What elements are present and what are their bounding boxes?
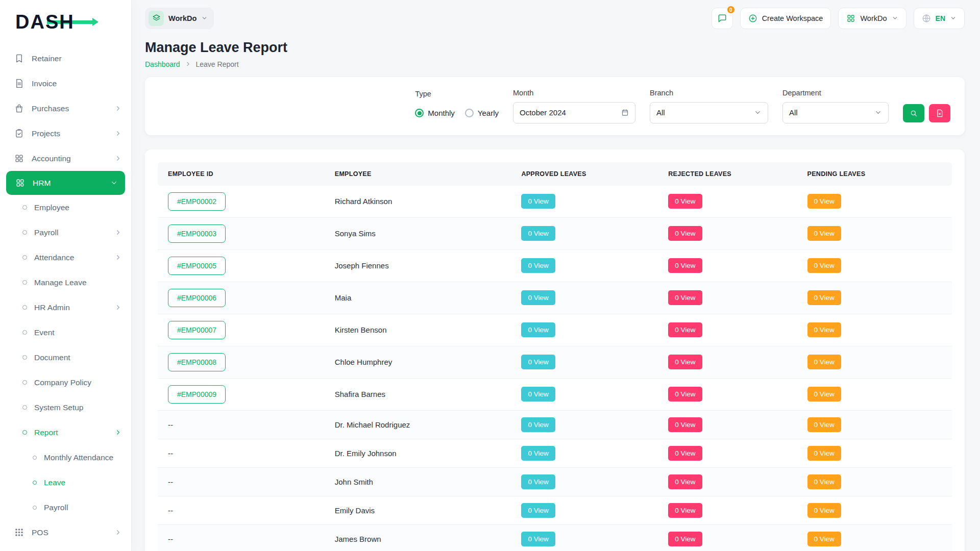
approved-leaves-badge[interactable]: 0 View — [521, 417, 555, 432]
approved-leaves-badge[interactable]: 0 View — [521, 194, 555, 209]
pending-leaves-badge[interactable]: 0 View — [807, 226, 841, 241]
sidebar-item-accounting[interactable]: Accounting — [0, 146, 131, 171]
main-area: WorkDo 0 Create Workspace — [132, 0, 980, 551]
sidebar-item-event[interactable]: Event — [0, 320, 131, 345]
pending-leaves-badge[interactable]: 0 View — [807, 417, 841, 432]
sidebar-item-document[interactable]: Document — [0, 345, 131, 370]
apps-menu-label: WorkDo — [860, 14, 887, 22]
language-selector[interactable]: EN — [914, 8, 965, 29]
bag-icon — [14, 104, 24, 113]
rejected-leaves-badge[interactable]: 0 View — [668, 503, 702, 518]
sidebar-item-monthly-attendance[interactable]: Monthly Attendance — [0, 445, 131, 470]
approved-leaves-badge[interactable]: 0 View — [521, 290, 555, 305]
rejected-leaves-badge[interactable]: 0 View — [668, 322, 702, 337]
sidebar-item-label: Purchases — [32, 104, 69, 113]
logo[interactable]: DASH — [0, 0, 131, 44]
radio-monthly[interactable] — [415, 109, 424, 117]
employee-id-button[interactable]: #EMP00009 — [168, 385, 226, 404]
pending-leaves-badge[interactable]: 0 View — [807, 194, 841, 209]
page-title: Manage Leave Report — [145, 40, 965, 56]
branch-select[interactable]: All — [650, 102, 768, 123]
employee-id-button[interactable]: #EMP00007 — [168, 321, 226, 339]
approved-leaves-badge[interactable]: 0 View — [521, 474, 555, 489]
sidebar-item-payroll[interactable]: Payroll — [0, 495, 131, 520]
sidebar-item-attendance[interactable]: Attendance — [0, 245, 131, 270]
rejected-leaves-badge[interactable]: 0 View — [668, 355, 702, 369]
sidebar-item-hrm[interactable]: HRM — [6, 171, 125, 195]
rejected-leaves-badge[interactable]: 0 View — [668, 290, 702, 305]
sidebar-item-label: Manage Leave — [34, 278, 87, 287]
type-label: Type — [415, 90, 499, 98]
approved-leaves-badge[interactable]: 0 View — [521, 226, 555, 241]
sidebar-item-retainer[interactable]: Retainer — [0, 46, 131, 71]
bullet-icon — [33, 481, 37, 485]
employee-id-button[interactable]: #EMP00002 — [168, 192, 226, 211]
rejected-leaves-badge[interactable]: 0 View — [668, 258, 702, 273]
notification-badge: 0 — [726, 5, 736, 14]
approved-leaves-badge[interactable]: 0 View — [521, 503, 555, 518]
table-row: --Emily Davis0 View0 View0 View — [158, 496, 952, 525]
pending-leaves-badge[interactable]: 0 View — [807, 355, 841, 369]
search-button[interactable] — [903, 104, 924, 122]
create-workspace-label: Create Workspace — [762, 14, 823, 22]
rejected-leaves-badge[interactable]: 0 View — [668, 446, 702, 461]
department-select[interactable]: All — [782, 102, 889, 123]
messages-button[interactable]: 0 — [712, 8, 733, 29]
breadcrumb-dashboard-link[interactable]: Dashboard — [145, 60, 180, 68]
sidebar-item-leave[interactable]: Leave — [0, 470, 131, 495]
month-input[interactable]: October 2024 — [513, 102, 635, 123]
rejected-leaves-badge[interactable]: 0 View — [668, 417, 702, 432]
employee-id-button[interactable]: #EMP00008 — [168, 353, 226, 371]
employee-id-button[interactable]: #EMP00005 — [168, 257, 226, 275]
sidebar-item-manage-leave[interactable]: Manage Leave — [0, 270, 131, 295]
pending-leaves-badge[interactable]: 0 View — [807, 503, 841, 518]
approved-leaves-badge[interactable]: 0 View — [521, 446, 555, 461]
approved-leaves-badge[interactable]: 0 View — [521, 258, 555, 273]
sidebar-item-pos[interactable]: POS — [0, 520, 131, 545]
sidebar-item-report[interactable]: Report — [0, 420, 131, 445]
sidebar-item-label: HR Admin — [34, 303, 70, 312]
pending-leaves-badge[interactable]: 0 View — [807, 387, 841, 402]
rejected-leaves-badge[interactable]: 0 View — [668, 226, 702, 241]
pending-leaves-badge[interactable]: 0 View — [807, 474, 841, 489]
sidebar-item-label: Payroll — [34, 228, 58, 237]
approved-leaves-badge[interactable]: 0 View — [521, 355, 555, 369]
workspace-switcher[interactable]: WorkDo — [145, 8, 214, 29]
sidebar-item-payroll[interactable]: Payroll — [0, 220, 131, 245]
sidebar-item-projects[interactable]: Projects — [0, 121, 131, 146]
chevron-right-icon — [114, 304, 122, 311]
sidebar-item-label: Event — [34, 328, 55, 337]
radio-yearly[interactable] — [465, 109, 474, 117]
grid-icon — [846, 14, 855, 23]
radio-option-yearly[interactable]: Yearly — [465, 109, 499, 117]
sidebar-item-company-policy[interactable]: Company Policy — [0, 370, 131, 395]
employee-id-button[interactable]: #EMP00006 — [168, 289, 226, 307]
approved-leaves-badge[interactable]: 0 View — [521, 532, 555, 546]
pending-leaves-badge[interactable]: 0 View — [807, 290, 841, 305]
globe-icon — [922, 14, 931, 23]
pending-leaves-badge[interactable]: 0 View — [807, 258, 841, 273]
pending-leaves-badge[interactable]: 0 View — [807, 322, 841, 337]
category-icon — [14, 154, 24, 163]
approved-leaves-badge[interactable]: 0 View — [521, 387, 555, 402]
workspace-layers-icon — [149, 11, 164, 26]
filter-actions — [903, 104, 950, 123]
pending-leaves-badge[interactable]: 0 View — [807, 446, 841, 461]
pending-leaves-badge[interactable]: 0 View — [807, 532, 841, 546]
rejected-leaves-badge[interactable]: 0 View — [668, 474, 702, 489]
sidebar-item-purchases[interactable]: Purchases — [0, 96, 131, 121]
bullet-icon — [22, 255, 27, 260]
export-button[interactable] — [929, 104, 950, 122]
radio-option-monthly[interactable]: Monthly — [415, 109, 455, 117]
rejected-leaves-badge[interactable]: 0 View — [668, 194, 702, 209]
approved-leaves-badge[interactable]: 0 View — [521, 322, 555, 337]
sidebar-item-system-setup[interactable]: System Setup — [0, 395, 131, 420]
employee-id-button[interactable]: #EMP00003 — [168, 224, 226, 243]
create-workspace-button[interactable]: Create Workspace — [740, 8, 831, 29]
rejected-leaves-badge[interactable]: 0 View — [668, 532, 702, 546]
sidebar-item-hr-admin[interactable]: HR Admin — [0, 295, 131, 320]
apps-menu-button[interactable]: WorkDo — [838, 8, 906, 29]
sidebar-item-employee[interactable]: Employee — [0, 195, 131, 220]
rejected-leaves-badge[interactable]: 0 View — [668, 387, 702, 402]
sidebar-item-invoice[interactable]: Invoice — [0, 71, 131, 96]
